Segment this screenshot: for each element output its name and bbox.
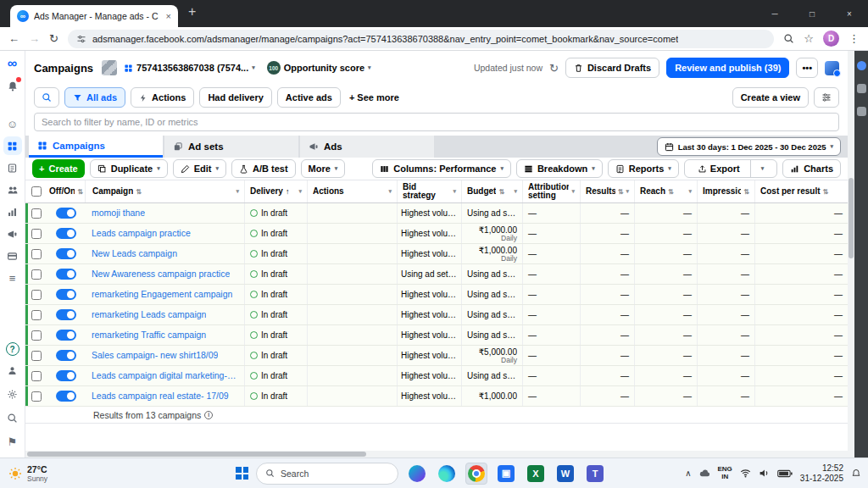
chevron-down-icon[interactable]: ▾ — [236, 188, 239, 195]
account-selector[interactable]: 757413563867038 (7574... ▾ — [124, 63, 255, 73]
review-publish-button[interactable]: Review and publish (39) — [666, 58, 789, 78]
tray-chevron-up-icon[interactable]: ∧ — [685, 469, 691, 478]
reports-button[interactable]: Reports ▾ — [608, 159, 679, 178]
filter-actions[interactable]: Actions — [131, 87, 194, 108]
chevron-down-icon[interactable]: ▾ — [298, 188, 302, 195]
campaign-link[interactable]: Leads campaign digital marketing-18/09 — [92, 366, 239, 385]
duplicate-button[interactable]: Duplicate ▾ — [90, 159, 168, 178]
column-cost-per-result[interactable]: Cost per result ⇅ — [754, 180, 848, 202]
date-range-picker[interactable]: Last 30 days: 1 Dec 2025 - 30 Dec 2025 ▾ — [657, 137, 841, 156]
row-checkbox[interactable] — [31, 269, 42, 280]
campaign-toggle[interactable] — [56, 391, 76, 402]
dock-tool-icon[interactable] — [857, 61, 866, 70]
table-row[interactable]: Leads campaign practice In draft Highest… — [25, 224, 848, 244]
tab-ads[interactable]: Ads — [300, 136, 434, 158]
table-row[interactable]: Leads campaign real estate- 17/09 In dra… — [25, 386, 848, 407]
column-bid-strategy[interactable]: Bid strategy ▾ — [397, 180, 461, 202]
browser-profile-avatar[interactable]: D — [823, 30, 839, 47]
tab-close-icon[interactable]: × — [166, 11, 171, 21]
refresh-icon[interactable]: ↻ — [549, 62, 559, 75]
help-icon[interactable]: ? — [6, 342, 19, 356]
charts-button[interactable]: Charts — [782, 159, 841, 178]
ads-reporting-icon[interactable] — [3, 158, 22, 177]
browser-menu-icon[interactable]: ⋮ — [849, 33, 860, 44]
campaign-toggle[interactable] — [56, 309, 76, 320]
chevron-down-icon[interactable]: ▾ — [571, 188, 575, 195]
column-budget[interactable]: Budget ⇅ ▾ — [461, 180, 522, 202]
table-row[interactable]: Leads campaign digital marketing-18/09 I… — [25, 366, 848, 386]
back-icon[interactable]: ← — [8, 33, 19, 44]
vertical-scrollbar[interactable] — [848, 51, 854, 451]
campaign-toggle[interactable] — [56, 350, 76, 361]
campaign-toggle[interactable] — [56, 248, 76, 259]
taskbar-weather[interactable]: 27°C Sunny — [0, 464, 56, 483]
breakdown-button[interactable]: Breakdown ▾ — [516, 159, 603, 178]
info-icon[interactable]: i — [204, 411, 213, 419]
create-view-button[interactable]: Create a view — [732, 87, 809, 108]
table-row[interactable]: Sales campaign- new shirt18/09 In draft … — [25, 346, 848, 366]
taskbar-canva-icon[interactable] — [406, 463, 428, 485]
columns-button[interactable]: Columns: Performance ▾ — [372, 159, 511, 178]
more-button[interactable]: More ▾ — [301, 159, 346, 178]
taskbar-clock[interactable]: 12:52 31-12-2025 — [800, 463, 843, 483]
analytics-chart-icon[interactable] — [3, 202, 22, 221]
row-checkbox[interactable] — [31, 310, 42, 320]
horizontal-scrollbar-thumb[interactable] — [27, 452, 366, 457]
campaign-link[interactable]: Sales campaign- new shirt18/09 — [92, 346, 218, 365]
meta-logo-icon[interactable]: ∞ — [8, 57, 17, 70]
column-results[interactable]: Results ⇅ ▾ — [580, 180, 634, 202]
forward-icon[interactable]: → — [29, 33, 40, 44]
battery-icon[interactable] — [777, 469, 793, 478]
row-checkbox[interactable] — [31, 249, 42, 259]
audiences-icon[interactable] — [3, 180, 22, 199]
url-bar[interactable]: adsmanager.facebook.com/adsmanager/manag… — [68, 30, 774, 48]
row-checkbox[interactable] — [31, 371, 42, 381]
row-checkbox[interactable] — [31, 391, 42, 402]
tab-campaigns[interactable]: Campaigns — [29, 136, 163, 158]
campaign-link[interactable]: Leads campaign real estate- 17/09 — [92, 386, 229, 406]
dock-tool-icon[interactable] — [857, 107, 866, 116]
campaign-link[interactable]: remarketing Engagement campaign — [92, 285, 232, 304]
maximize-button[interactable]: □ — [793, 0, 831, 27]
tab-ad-sets[interactable]: Ad sets — [164, 136, 298, 158]
chevron-down-icon[interactable]: ▾ — [388, 188, 392, 195]
more-options-button[interactable]: ••• — [796, 58, 818, 78]
select-all-checkbox[interactable] — [31, 186, 42, 197]
dock-tool-icon[interactable] — [857, 84, 866, 93]
feedback-flag-icon[interactable]: ⚑ — [3, 432, 22, 451]
chevron-down-icon[interactable]: ▾ — [514, 188, 517, 195]
row-checkbox[interactable] — [31, 290, 42, 300]
table-search-input[interactable] — [34, 113, 839, 131]
row-checkbox[interactable] — [31, 330, 42, 341]
language-switcher[interactable]: ENG IN — [718, 466, 732, 480]
volume-icon[interactable] — [759, 469, 770, 478]
account-person-icon[interactable] — [3, 361, 22, 380]
opportunity-score[interactable]: 100 Opportunity score ▾ — [267, 61, 371, 75]
browser-tab[interactable]: ∞ Ads Manager - Manage ads - C × — [10, 5, 178, 27]
campaign-link[interactable]: remarketing Leads campaign — [92, 305, 206, 324]
notifications-icon[interactable] — [851, 469, 861, 479]
column-delivery[interactable]: Delivery ↑ ▾ — [244, 180, 307, 202]
horizontal-scrollbar[interactable] — [25, 451, 848, 458]
tray-cloud-icon[interactable] — [699, 469, 710, 478]
ab-test-button[interactable]: A/B test — [231, 159, 296, 178]
settings-gear-icon[interactable] — [3, 385, 22, 403]
table-row[interactable]: New Awareness campaign practice In draft… — [25, 264, 848, 285]
campaign-toggle[interactable] — [56, 330, 76, 341]
discard-drafts-button[interactable]: Discard Drafts — [565, 58, 659, 78]
taskbar-photos-icon[interactable]: ▣ — [495, 463, 517, 485]
campaign-toggle[interactable] — [56, 370, 76, 381]
wifi-icon[interactable] — [740, 469, 751, 478]
taskbar-search[interactable]: Search — [256, 463, 398, 485]
create-button[interactable]: + Create — [32, 159, 85, 178]
filter-search-icon[interactable] — [34, 87, 59, 108]
sidebar-search-icon[interactable] — [3, 408, 22, 427]
notifications-bell-icon[interactable] — [3, 77, 22, 96]
table-row[interactable]: New Leads campaign In draft Highest volu… — [25, 244, 848, 264]
ads-megaphone-icon[interactable] — [3, 225, 22, 243]
taskbar-teams-icon[interactable]: T — [584, 463, 606, 485]
filter-active-ads[interactable]: Active ads — [277, 87, 341, 108]
account-thumbnail[interactable] — [102, 60, 117, 75]
edit-button[interactable]: Edit ▾ — [173, 159, 226, 178]
campaign-toggle[interactable] — [56, 269, 76, 280]
